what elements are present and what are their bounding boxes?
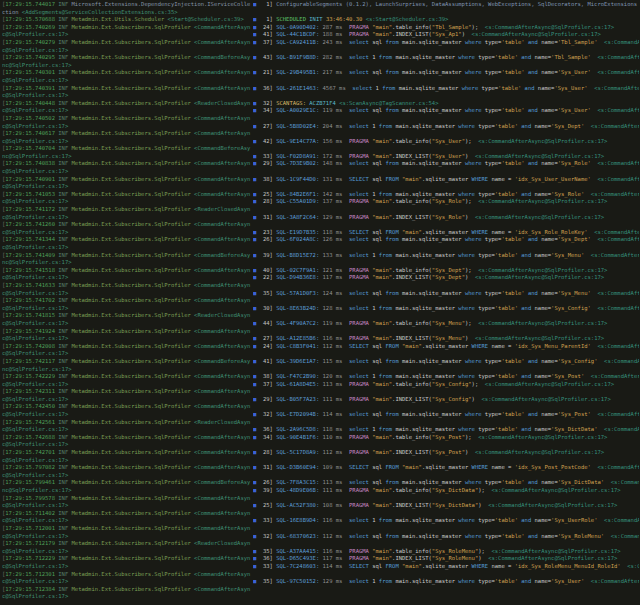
log-line: [17:29:15.740269 INF Metadmin.Ext.Subscr… [2, 24, 252, 39]
log-line: ■ 23] SQL-E19D7B35: 118 ms SELECT sql FR… [253, 229, 639, 237]
log-line [253, 571, 639, 579]
log-line: ■ 28] SQL-5C17D8A9: 112 ms PRAGMA "main"… [253, 449, 639, 457]
log-line: [17:29:15.711402 INF Metadmin.Ext.Subscr… [2, 510, 252, 525]
log-line: [17:29:15.712229 INF Metadmin.Ext.Subscr… [2, 555, 252, 570]
log-line: [17:29:15.741409 INF Metadmin.Ext.Subscr… [2, 252, 252, 267]
log-line: ■ 25] SQL-AC52F380: 108 ms PRAGMA "main"… [253, 502, 639, 510]
log-line: ■ 31] SQL-3A8F2C64: 129 ms PRAGMA "main"… [253, 214, 639, 222]
log-line: [17:29:15.742229 INF Metadmin.Ext.Subscr… [2, 373, 252, 388]
log-line: [17:29:15.742450 INF Metadmin.Ext.Subscr… [2, 403, 252, 418]
log-line: ■ 42] SQL-9E14C77A: 156 ms PRAGMA "main"… [253, 138, 639, 146]
log-line: ■ 26] SQL-7F8A3C15: 113 ms select sql fr… [253, 479, 639, 487]
log-line: [17:29:15.712179 INF Metadmin.Ext.Subscr… [2, 540, 252, 555]
log-line [253, 472, 639, 480]
log-line: ■ 32] SQL-68370623: 112 ms select sql fr… [253, 533, 639, 541]
log-line [253, 510, 639, 518]
log-line: ■ 32] SCANTAGS: ACZB71F4 <s:ScanAsync@Ta… [253, 100, 639, 108]
log-line: ■ 38] SQL-1C9F44D0: 131 ms SELECT sql FR… [253, 176, 639, 184]
log-line [253, 540, 639, 548]
log-line [253, 259, 639, 267]
log-line: ■ 29] SQL-7D3E9B02: 148 ms select sql fr… [253, 160, 639, 168]
log-line: [17:29:15.742701 INF Metadmin.Ext.Subscr… [2, 449, 252, 464]
left-log-pane[interactable]: [17:29:15.744017 INF Microsoft.Extension… [2, 1, 252, 605]
log-line [253, 206, 639, 214]
right-log-pane[interactable]: ■ 1] ConfigurableSegments (0.1.2), Launc… [253, 1, 639, 605]
log-line: [17:29:15.740617 INF Metadmin.Ext.Subscr… [2, 130, 252, 145]
log-line: [17:29:15.799578 INF Metadmin.Ext.Subscr… [2, 495, 252, 510]
log-line: [17:29:15.742117 INF Metadmin.Ext.Subscr… [2, 358, 252, 373]
log-line [253, 350, 639, 358]
log-line: ■ 34] SQL-A0029E1C: 119 ms select sql fr… [253, 107, 639, 115]
log-line: [17:29:15.742561 INF Metadmin.Ext.Subscr… [2, 419, 252, 434]
log-line: ■ 28] SQL-C55A01D9: 137 ms PRAGMA "main"… [253, 198, 639, 206]
log-line [253, 282, 639, 290]
log-line: ■ 26] SQL-6F024A8C: 126 ms select sql fr… [253, 236, 639, 244]
log-line: [17:29:15.740704 INF Metadmin.Ext.Subscr… [2, 145, 252, 160]
log-line: [17:29:15.741344 INF Metadmin.Ext.Subscr… [2, 236, 252, 251]
log-line: ■ 37] SQL-61A8D4E5: 113 ms PRAGMA "main"… [253, 381, 639, 389]
log-line: ■ 27] SQL-5B8D02E4: 204 ms select 1 from… [253, 123, 639, 131]
log-line: ■ 39] SQL-B8D15E72: 133 ms select 1 from… [253, 252, 639, 260]
log-line [253, 9, 639, 17]
log-line: ■ 39] SQL-48D9E06B: 111 ms PRAGMA "main"… [253, 487, 639, 495]
log-line: ■ 44] SQL-4F90A7C2: 119 ms PRAGMA "main"… [253, 320, 639, 328]
log-line: [17:29:15.741702 INF Metadmin.Ext.Subscr… [2, 297, 252, 312]
log-line: [17:29:15.744017 INF Microsoft.Extension… [2, 1, 252, 16]
log-line: ■ 31] SQL-D3B60E94: 109 ms SELECT sql FR… [253, 464, 639, 472]
log-line [253, 47, 639, 55]
log-line: [17:29:15.740295 INF Metadmin.Ext.Subscr… [2, 54, 252, 69]
log-line: [17:29:15.741260 INF Metadmin.Ext.Subscr… [2, 221, 252, 236]
log-line [253, 297, 639, 305]
log-line [253, 312, 639, 320]
log-line: [17:29:15.741053 INF Metadmin.Ext.Subscr… [2, 191, 252, 206]
log-line: ■ 35] SQL-57A1D0F3: 124 ms select sql fr… [253, 290, 639, 298]
log-line [253, 115, 639, 123]
log-line [253, 244, 639, 252]
log-line: ■ 35] SQL-97C50152: 129 ms select 1 from… [253, 578, 639, 586]
log-line: ■ 33] SQL-16E8B9D4: 116 ms select 1 from… [253, 517, 639, 525]
log-line: [17:29:15.740901 INF Metadmin.Ext.Subscr… [2, 176, 252, 191]
log-line: ■ 35] SQL-A37AA415: 116 ms PRAGMA "main"… [253, 548, 639, 556]
log-line: ■ 21] SQL-29B495B1: 217 ms select sql fr… [253, 69, 639, 77]
terminal-log-viewer: [17:29:15.744017 INF Microsoft.Extension… [0, 0, 640, 605]
log-line: ■ 43] SQL-B91F9B8D: 282 ms select 1 from… [253, 54, 639, 62]
log-line [253, 441, 639, 449]
log-line: ■ 27] SQL-A12E85B6: 116 ms PRAGMA "main"… [253, 335, 639, 343]
log-line: [17:29:15.741172 INF Metadmin.Ext.Subscr… [2, 206, 252, 221]
log-line: ■ 30] SQL-8E63B24D: 128 ms select 1 from… [253, 305, 639, 313]
log-line: [17:29:15.741518 INF Metadmin.Ext.Subscr… [2, 267, 252, 282]
log-line [253, 328, 639, 336]
log-line: ■ 36] SQL-2A96C5D8: 118 ms select 1 from… [253, 426, 639, 434]
log-line: ■ 32] SQL-E7D2094B: 114 ms select sql fr… [253, 411, 639, 419]
log-line: ■ 1] SCHEDULED INIT 33:46:40.30 <s:Start… [253, 16, 639, 24]
log-line: [17:29:15.741815 INF Metadmin.Ext.Subscr… [2, 312, 252, 327]
log-line [253, 366, 639, 374]
log-line: [17:29:15.740279 INF Metadmin.Ext.Subscr… [2, 39, 252, 54]
log-line [253, 183, 639, 191]
log-line [253, 457, 639, 465]
log-line: ■ 37] SQL-CA92411B: 243 ms select sql fr… [253, 39, 639, 47]
log-line [253, 525, 639, 533]
log-line: [17:29:15.740502 INF Metadmin.Ext.Subscr… [2, 115, 252, 130]
log-line: [17:29:15.712001 INF Metadmin.Ext.Subscr… [2, 525, 252, 540]
log-line [253, 168, 639, 176]
log-line: ■ 34] SQL-90E4B1F6: 110 ms PRAGMA "main"… [253, 434, 639, 442]
log-line: [17:29:15.740301 INF Metadmin.Ext.Subscr… [2, 69, 252, 84]
log-line [253, 388, 639, 396]
log-line: ■ 41] SQL-39D6E1A7: 115 ms select sql fr… [253, 358, 639, 366]
log-line [253, 586, 639, 594]
log-line: ■ 36] SQL-261E1463: 4567 ms select 1 fro… [253, 85, 639, 93]
log-line: ■ 33] SQL-7C248603: 114 ms SELECT sql FR… [253, 563, 639, 571]
log-line: [17:29:15.740391 INF Metadmin.Ext.Subscr… [2, 85, 252, 100]
log-line: ■ 24] SQL-C8B3F041: 112 ms SELECT sql FR… [253, 343, 639, 351]
log-line: [17:29:15.742008 INF Metadmin.Ext.Subscr… [2, 343, 252, 358]
log-line: ■ 29] SQL-B05F7A23: 111 ms PRAGMA "main"… [253, 396, 639, 404]
log-line [253, 62, 639, 70]
log-line: ■ 40] SQL-02C7F9A1: 121 ms PRAGMA "main"… [253, 267, 639, 275]
log-line: ■ 1] ConfigurableSegments (0.1.2), Launc… [253, 1, 639, 9]
log-line: [17:29:15.740838 INF Metadmin.Ext.Subscr… [2, 160, 252, 175]
log-line: [17:29:15.799461 INF Metadmin.Ext.Subscr… [2, 479, 252, 494]
log-line [253, 130, 639, 138]
log-line: ■ 41] SQL-44C1BCDF: 188 ms PRAGMA "main"… [253, 31, 639, 39]
log-line: ■ 38] SQL-F47C2B90: 120 ms select 1 from… [253, 373, 639, 381]
